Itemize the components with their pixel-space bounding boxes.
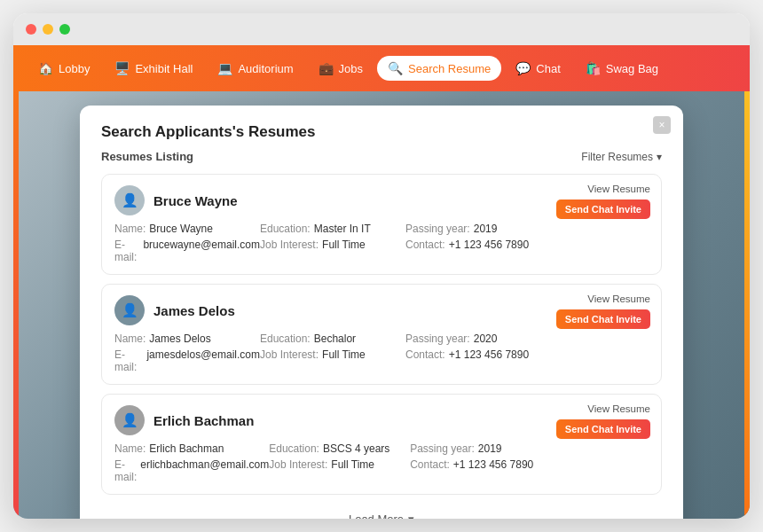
view-resume-link[interactable]: View Resume bbox=[587, 184, 650, 194]
job-interest-value: Full Time bbox=[331, 458, 374, 483]
view-resume-link[interactable]: View Resume bbox=[587, 403, 650, 414]
email-value: jamesdelos@email.com bbox=[146, 348, 260, 373]
send-chat-invite-button[interactable]: Send Chat Invite bbox=[556, 200, 650, 219]
sidebar-item-search-resume[interactable]: 🔍 Search Resume bbox=[377, 56, 501, 81]
detail-row: Job Interest: Full Time bbox=[260, 348, 405, 373]
filter-resumes-button[interactable]: Filter Resumes ▾ bbox=[581, 151, 662, 163]
search-resume-modal: × Search Applicants's Resumes Resumes Li… bbox=[80, 106, 683, 519]
chevron-down-icon: ▾ bbox=[657, 151, 662, 163]
name-value: James Delos bbox=[149, 332, 210, 345]
passing-year-value: 2020 bbox=[474, 332, 498, 345]
chat-label: Chat bbox=[536, 62, 560, 75]
auditorium-icon: 💻 bbox=[217, 61, 232, 75]
card-details: Name: James Delos Education: Bechalor Pa… bbox=[114, 332, 649, 373]
detail-row: Contact: +1 123 456 7890 bbox=[405, 239, 551, 263]
lobby-label: Lobby bbox=[59, 62, 90, 75]
swag-bag-icon: 🛍️ bbox=[586, 61, 601, 75]
sidebar-item-jobs[interactable]: 💼 Jobs bbox=[308, 56, 374, 81]
sidebar-item-auditorium[interactable]: 💻 Auditorium bbox=[207, 56, 303, 81]
avatar: 👤 bbox=[114, 185, 145, 215]
detail-row: Contact: +1 123 456 7890 bbox=[405, 348, 551, 373]
job-interest-value: Full Time bbox=[322, 239, 366, 263]
detail-row: Name: Erlich Bachman bbox=[114, 442, 269, 455]
contact-value: +1 123 456 7890 bbox=[449, 348, 529, 373]
detail-row: Contact: +1 123 456 7890 bbox=[410, 458, 551, 483]
sidebar-item-chat[interactable]: 💬 Chat bbox=[505, 56, 570, 81]
contact-label: Contact: bbox=[410, 458, 450, 483]
detail-row: E-mail: erlichbachman@email.com bbox=[114, 458, 269, 483]
detail-row: Education: Master In IT bbox=[260, 223, 405, 235]
passing-year-label: Passing year: bbox=[410, 442, 475, 455]
dot-green[interactable] bbox=[59, 24, 70, 35]
avatar: 👤 bbox=[114, 295, 145, 325]
applicant-name: Bruce Wayne bbox=[153, 193, 237, 208]
applicant-name: James Delos bbox=[153, 303, 235, 318]
browser-window: 🏠 Lobby 🖥️ Exhibit Hall 💻 Auditorium 💼 J… bbox=[13, 13, 750, 519]
card-actions: View Resume Send Chat Invite bbox=[556, 293, 650, 329]
modal-title: Search Applicants's Resumes bbox=[101, 123, 662, 141]
home-icon: 🏠 bbox=[38, 61, 53, 75]
resumes-listing-label: Resumes Listing bbox=[101, 150, 193, 163]
contact-value: +1 123 456 7890 bbox=[453, 458, 533, 483]
exhibit-hall-label: Exhibit Hall bbox=[135, 62, 193, 75]
accent-left bbox=[13, 91, 19, 519]
detail-row: E-mail: brucewayne@email.com bbox=[114, 239, 260, 263]
sidebar-item-swag-bag[interactable]: 🛍️ Swag Bag bbox=[575, 56, 669, 81]
name-label: Name: bbox=[114, 332, 146, 345]
applicant-card: 👤 Bruce Wayne View Resume Send Chat Invi… bbox=[101, 174, 662, 275]
send-chat-invite-button[interactable]: Send Chat Invite bbox=[556, 419, 650, 439]
sidebar-item-lobby[interactable]: 🏠 Lobby bbox=[28, 56, 100, 81]
applicant-card: 👤 James Delos View Resume Send Chat Invi… bbox=[101, 284, 662, 385]
education-value: BSCS 4 years bbox=[323, 442, 389, 455]
name-value: Erlich Bachman bbox=[149, 442, 224, 455]
email-value: erlichbachman@email.com bbox=[140, 458, 269, 483]
contact-label: Contact: bbox=[405, 348, 445, 373]
detail-row: Name: James Delos bbox=[114, 332, 260, 345]
education-label: Education: bbox=[260, 223, 311, 235]
passing-year-value: 2019 bbox=[474, 223, 498, 235]
send-chat-invite-button[interactable]: Send Chat Invite bbox=[556, 309, 650, 329]
email-label: E-mail: bbox=[114, 239, 139, 263]
swag-bag-label: Swag Bag bbox=[606, 62, 658, 75]
applicant-name: Erlich Bachman bbox=[153, 413, 254, 428]
education-value: Bechalor bbox=[314, 332, 356, 345]
detail-row: Job Interest: Full Time bbox=[269, 458, 410, 483]
email-value: brucewayne@email.com bbox=[143, 239, 260, 263]
name-label: Name: bbox=[114, 223, 146, 235]
job-interest-label: Job Interest: bbox=[260, 348, 319, 373]
detail-row: Education: Bechalor bbox=[260, 332, 405, 345]
detail-row: Passing year: 2019 bbox=[410, 442, 551, 455]
load-more-label: Load More bbox=[349, 512, 404, 519]
passing-year-label: Passing year: bbox=[405, 332, 470, 345]
chat-icon: 💬 bbox=[515, 61, 531, 75]
title-bar bbox=[13, 13, 750, 45]
education-label: Education: bbox=[260, 332, 311, 345]
detail-row: Passing year: 2020 bbox=[405, 332, 551, 345]
name-value: Bruce Wayne bbox=[149, 223, 213, 235]
modal-subtitle-row: Resumes Listing Filter Resumes ▾ bbox=[101, 150, 662, 163]
chevron-down-icon: ▾ bbox=[408, 512, 414, 519]
dot-red[interactable] bbox=[26, 24, 36, 35]
card-actions: View Resume Send Chat Invite bbox=[556, 184, 650, 219]
card-actions: View Resume Send Chat Invite bbox=[556, 403, 650, 439]
view-resume-link[interactable]: View Resume bbox=[587, 293, 650, 304]
load-more-button[interactable]: Load More ▾ bbox=[101, 504, 662, 519]
detail-row: E-mail: jamesdelos@email.com bbox=[114, 348, 260, 373]
education-label: Education: bbox=[269, 442, 319, 455]
contact-label: Contact: bbox=[405, 239, 445, 263]
dot-yellow[interactable] bbox=[43, 24, 53, 35]
card-details: Name: Bruce Wayne Education: Master In I… bbox=[114, 223, 649, 263]
education-value: Master In IT bbox=[314, 223, 371, 235]
close-button[interactable]: × bbox=[653, 116, 671, 134]
email-label: E-mail: bbox=[114, 458, 137, 483]
search-icon: 🔍 bbox=[388, 61, 403, 75]
card-details: Name: Erlich Bachman Education: BSCS 4 y… bbox=[114, 442, 649, 483]
jobs-icon: 💼 bbox=[319, 61, 334, 75]
job-interest-label: Job Interest: bbox=[260, 239, 319, 263]
email-label: E-mail: bbox=[114, 348, 143, 373]
contact-value: +1 123 456 7890 bbox=[449, 239, 529, 263]
sidebar-item-exhibit-hall[interactable]: 🖥️ Exhibit Hall bbox=[104, 56, 203, 81]
job-interest-value: Full Time bbox=[322, 348, 366, 373]
auditorium-label: Auditorium bbox=[238, 62, 293, 75]
passing-year-label: Passing year: bbox=[405, 223, 470, 235]
